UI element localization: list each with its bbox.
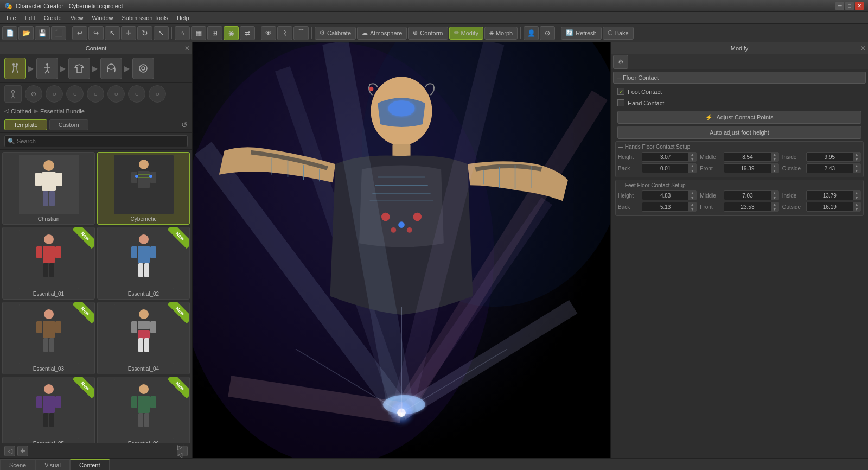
calibrate-button[interactable]: ⚙ Calibrate [315, 27, 356, 40]
sub-icon-2[interactable]: ⊙ [25, 85, 42, 103]
rotate-button[interactable]: ↻ [137, 26, 152, 40]
menu-view[interactable]: View [66, 14, 88, 22]
spinner-up[interactable]: ▲ [771, 163, 778, 168]
bake-button[interactable]: ⬡ Bake [603, 27, 634, 40]
grid-view-button[interactable]: ▦ [191, 26, 206, 40]
spinner-down[interactable]: ▼ [853, 157, 860, 162]
menu-create[interactable]: Create [40, 14, 66, 22]
visual-tab[interactable]: Visual [35, 459, 70, 470]
sub-icon-6[interactable]: ○ [107, 85, 125, 103]
template-tab[interactable]: Template [4, 119, 47, 130]
hand-contact-checkbox[interactable] [617, 99, 624, 106]
menu-submission[interactable]: Submission Tools [118, 14, 173, 22]
custom-tab[interactable]: Custom [49, 119, 88, 130]
spinner-up[interactable]: ▲ [853, 202, 860, 207]
menu-help[interactable]: Help [173, 14, 194, 22]
feet-back-spinner[interactable]: 5.13 ▲ ▼ [642, 202, 697, 212]
sub-icon-4[interactable]: ○ [66, 85, 84, 103]
swap-button[interactable]: ⇄ [240, 26, 255, 40]
refresh-button[interactable]: 🔄 Refresh [561, 27, 602, 40]
scroll-left-button[interactable]: ◁ [4, 446, 15, 456]
spinner-up[interactable]: ▲ [853, 152, 860, 157]
viewport[interactable] [193, 42, 610, 458]
content-tab[interactable]: Content [70, 459, 110, 470]
menu-edit[interactable]: Edit [21, 14, 40, 22]
hair-icon[interactable] [100, 58, 122, 79]
floor-contact-header[interactable]: ─ Floor Contact [613, 72, 866, 84]
list-item[interactable]: Essential_06 [97, 377, 190, 443]
hands-middle-spinner[interactable]: 8.54 ▲ ▼ [724, 152, 778, 162]
refresh-icon[interactable]: ↺ [181, 120, 188, 129]
person-button[interactable]: 👤 [524, 26, 539, 40]
list-item[interactable]: Essential_02 [97, 227, 190, 300]
modify-button[interactable]: ✏ Modify [449, 27, 483, 40]
foot-contact-checkbox[interactable] [617, 88, 624, 95]
list-item[interactable]: Essential_04 [97, 302, 190, 374]
camera-button[interactable]: ◉ [224, 26, 239, 40]
menu-window[interactable]: Window [87, 14, 117, 22]
breadcrumb-clothed[interactable]: Clothed [11, 108, 31, 115]
menu-file[interactable]: File [2, 14, 21, 22]
spinner-up[interactable]: ▲ [688, 190, 696, 195]
content-close-button[interactable]: ✕ [184, 45, 190, 52]
spinner-down[interactable]: ▼ [771, 157, 778, 162]
adjust-contact-button[interactable]: ⚡ Adjust Contact Points [617, 111, 861, 124]
hands-back-spinner[interactable]: 0.01 ▲ ▼ [642, 163, 697, 173]
hands-front-spinner[interactable]: 19.39 ▲ ▼ [724, 163, 778, 173]
eye-button[interactable]: 👁 [261, 26, 276, 40]
scale-button[interactable]: ⤡ [154, 26, 169, 40]
sub-icon-5[interactable]: ○ [87, 85, 104, 103]
spinner-up[interactable]: ▲ [688, 202, 696, 207]
spinner-down[interactable]: ▼ [688, 168, 696, 173]
move-button[interactable]: ✛ [121, 26, 136, 40]
hands-height-spinner[interactable]: 3.07 ▲ ▼ [642, 152, 697, 162]
spinner-down[interactable]: ▼ [853, 168, 860, 173]
spinner-down[interactable]: ▼ [771, 207, 778, 212]
nav-back-button[interactable]: ◁ [4, 107, 9, 115]
spinner-down[interactable]: ▼ [688, 157, 696, 162]
modify-settings-button[interactable]: ⚙ [613, 55, 628, 69]
spinner-up[interactable]: ▲ [688, 163, 696, 168]
modify-close-button[interactable]: ✕ [860, 45, 866, 52]
close-button[interactable]: ✕ [855, 2, 864, 10]
conform-button[interactable]: ⊛ Conform [408, 27, 448, 40]
spinner-up[interactable]: ▲ [771, 190, 778, 195]
pose-icon[interactable] [36, 58, 58, 79]
spinner-down[interactable]: ▼ [688, 207, 696, 212]
maximize-button[interactable]: □ [845, 2, 854, 10]
scroll-right-button[interactable]: ▷|◁ [177, 446, 188, 456]
spinner-down[interactable]: ▼ [771, 195, 778, 200]
hands-outside-spinner[interactable]: 2.43 ▲ ▼ [806, 163, 861, 173]
sub-icon-8[interactable]: ○ [149, 85, 166, 103]
clothing-icon[interactable] [68, 58, 90, 79]
spinner-up[interactable]: ▲ [853, 163, 860, 168]
spinner-up[interactable]: ▲ [853, 190, 860, 195]
open-file-button[interactable]: 📂 [18, 26, 34, 40]
feet-height-spinner[interactable]: 4.83 ▲ ▼ [642, 190, 697, 200]
undo-button[interactable]: ↩ [72, 26, 87, 40]
auto-adjust-button[interactable]: Auto adjust foot height [617, 126, 861, 139]
spinner-down[interactable]: ▼ [853, 207, 860, 212]
paint-button[interactable]: ⌒ [293, 26, 309, 40]
brush-button[interactable]: ⌇ [277, 26, 292, 40]
list-item[interactable]: Christian [2, 152, 95, 225]
sub-icon-3[interactable]: ○ [46, 85, 63, 103]
minimize-button[interactable]: ─ [835, 2, 844, 10]
list-item[interactable]: Essential_05 [2, 377, 95, 443]
feet-inside-spinner[interactable]: 13.79 ▲ ▼ [806, 190, 861, 200]
list-item[interactable]: Essential_01 [2, 227, 95, 300]
atmosphere-button[interactable]: ☁ Atmosphere [357, 27, 407, 40]
spinner-up[interactable]: ▲ [771, 152, 778, 157]
feet-front-spinner[interactable]: 23.53 ▲ ▼ [724, 202, 778, 212]
scene-tab[interactable]: Scene [0, 459, 35, 470]
add-button[interactable]: + [17, 446, 28, 456]
home-view-button[interactable]: ⌂ [175, 26, 190, 40]
feet-middle-spinner[interactable]: 7.03 ▲ ▼ [724, 190, 778, 200]
morph-button[interactable]: ◈ Morph [484, 27, 518, 40]
save-file-button[interactable]: 💾 [35, 26, 50, 40]
new-file-button[interactable]: 📄 [2, 26, 17, 40]
select-button[interactable]: ↖ [105, 26, 120, 40]
sub-icon-1[interactable] [4, 85, 22, 103]
sub-icon-7[interactable]: ○ [128, 85, 145, 103]
accessory-icon[interactable] [132, 58, 154, 79]
